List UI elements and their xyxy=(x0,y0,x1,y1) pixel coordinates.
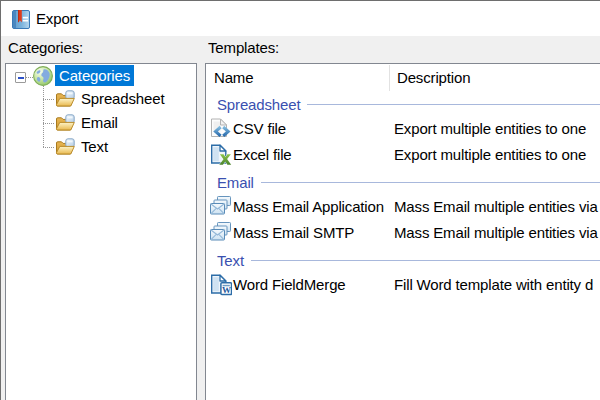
column-separator[interactable] xyxy=(389,65,390,91)
tree-item-text-label[interactable]: Text xyxy=(77,136,112,157)
minus-icon xyxy=(18,77,24,79)
title-bar: Export xyxy=(1,1,600,36)
template-description: Export multiple entities to one xyxy=(394,120,586,137)
mass-email-icon xyxy=(210,222,232,245)
tree-connector xyxy=(43,99,55,100)
categories-label: Categories: xyxy=(8,39,83,56)
template-row-mass-email-smtp[interactable]: Mass Email SMTP Mass Email multiple enti… xyxy=(206,219,600,245)
template-description: Mass Email multiple entities via xyxy=(394,224,598,241)
categories-tree: Categories Spreadsheet Email xyxy=(5,63,197,400)
tree-item-email[interactable]: Email xyxy=(6,111,196,135)
tree-item-categories[interactable]: Categories xyxy=(6,64,196,87)
template-description: Fill Word template with entity d xyxy=(394,276,593,293)
template-name: CSV file xyxy=(233,120,286,137)
group-line xyxy=(307,104,600,105)
group-header-text: Text xyxy=(206,249,600,271)
excel-file-icon xyxy=(210,144,232,169)
folder-icon xyxy=(55,90,75,111)
template-description: Mass Email multiple entities via xyxy=(394,198,598,215)
template-name: Mass Email SMTP xyxy=(233,224,354,241)
mass-email-icon xyxy=(210,196,232,219)
group-label: Text xyxy=(217,252,244,269)
template-name: Word FieldMerge xyxy=(233,276,346,293)
window-border-left xyxy=(0,0,1,400)
group-line xyxy=(251,260,600,261)
template-row-mass-email-application[interactable]: Mass Email Application Mass Email multip… xyxy=(206,193,600,219)
list-header: Name Description xyxy=(206,64,600,89)
group-label: Spreadsheet xyxy=(217,96,300,113)
tree-connector xyxy=(26,77,33,78)
word-fieldmerge-icon: W xyxy=(210,274,232,299)
template-description: Export multiple entities to one xyxy=(394,146,586,163)
export-app-icon xyxy=(12,10,30,32)
tree-item-spreadsheet-label[interactable]: Spreadsheet xyxy=(77,88,168,109)
tree-item-spreadsheet[interactable]: Spreadsheet xyxy=(6,87,196,111)
template-name: Excel file xyxy=(233,146,292,163)
template-row-csv-file[interactable]: CSV file Export multiple entities to one xyxy=(206,115,600,141)
csv-file-icon xyxy=(210,118,232,142)
tree-connector xyxy=(43,147,55,148)
folder-icon xyxy=(55,114,75,135)
column-header-name[interactable]: Name xyxy=(214,69,253,86)
column-header-description[interactable]: Description xyxy=(397,69,470,86)
tree-item-text[interactable]: Text xyxy=(6,135,196,159)
tree-item-categories-label[interactable]: Categories xyxy=(55,65,134,86)
group-header-email: Email xyxy=(206,171,600,193)
tree-collapse-toggle[interactable] xyxy=(15,72,26,83)
template-name: Mass Email Application xyxy=(233,198,384,215)
templates-label: Templates: xyxy=(208,39,279,56)
template-row-word-fieldmerge[interactable]: W Word FieldMerge Fill Word template wit… xyxy=(206,271,600,297)
tree-connector xyxy=(43,123,55,124)
template-row-excel-file[interactable]: Excel file Export multiple entities to o… xyxy=(206,141,600,167)
folder-icon xyxy=(55,138,75,159)
svg-text:W: W xyxy=(222,285,231,295)
tree-item-email-label[interactable]: Email xyxy=(77,112,122,133)
templates-list: Name Description Spreadsheet CSV file Ex… xyxy=(205,63,600,400)
group-header-spreadsheet: Spreadsheet xyxy=(206,93,600,115)
group-line xyxy=(261,182,600,183)
group-label: Email xyxy=(217,174,254,191)
window-title: Export xyxy=(36,11,78,26)
